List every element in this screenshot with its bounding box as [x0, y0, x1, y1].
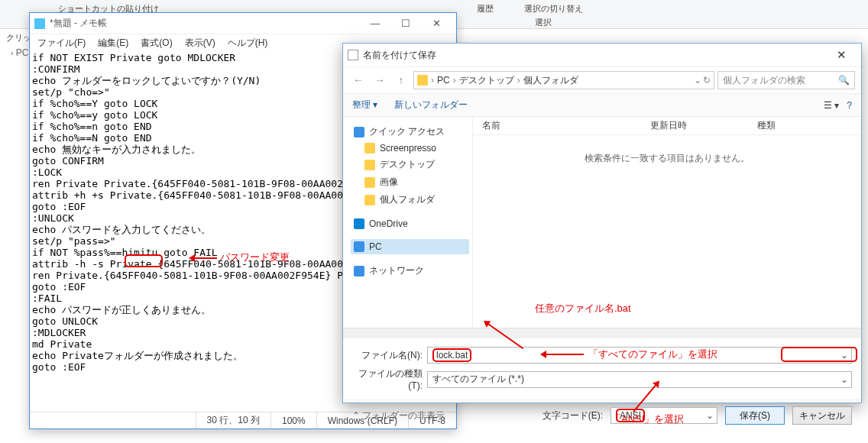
anno-password: パスワード変更	[220, 251, 290, 264]
status-pos: 30 行、10 列	[196, 412, 270, 428]
anno-arrow-filetype	[542, 354, 584, 355]
crumb-desktop[interactable]: デスクトップ	[459, 74, 514, 87]
tree-onedrive[interactable]: OneDrive	[351, 216, 469, 231]
menu-edit[interactable]: 編集(E)	[98, 37, 128, 50]
nav-forward-button[interactable]: →	[371, 71, 389, 89]
notepad-titlebar[interactable]: *無題 - メモ帳 ― ☐ ✕	[30, 13, 456, 34]
organize-button[interactable]: 整理 ▾	[352, 99, 377, 112]
status-zoom: 100%	[270, 412, 316, 428]
dialog-close-button[interactable]: ✕	[826, 46, 857, 64]
nav-up-button[interactable]: ↑	[392, 71, 410, 89]
menu-view[interactable]: 表示(V)	[185, 37, 215, 50]
search-input[interactable]: 個人フォルダの検索 🔍	[717, 71, 855, 89]
file-list: 名前 更新日時 種類 検索条件に一致する項目はありません。	[473, 117, 861, 328]
tree-item-desktop[interactable]: デスクトップ	[361, 156, 469, 173]
new-folder-button[interactable]: 新しいフォルダー	[394, 99, 468, 112]
tree-item-personal[interactable]: 個人フォルダ	[361, 191, 469, 209]
horizontal-scrollbar[interactable]	[343, 328, 861, 338]
notepad-icon	[34, 18, 45, 29]
help-button[interactable]: ?	[847, 100, 852, 111]
anno-arrow-password	[191, 257, 217, 259]
network-icon	[354, 266, 364, 276]
encoding-label: 文字コード(E):	[542, 409, 603, 422]
dialog-navbar: ← → ↑ ›PC ›デスクトップ ›個人フォルダ ⌄↻ 個人フォルダの検索 🔍	[343, 66, 861, 94]
ribbon-select-group: 選択	[535, 17, 552, 28]
tree-item-screenpresso[interactable]: Screenpresso	[361, 141, 469, 156]
view-options-button[interactable]: ☰ ▾	[824, 100, 839, 111]
crumb-folder[interactable]: 個人フォルダ	[523, 74, 578, 87]
folder-icon	[364, 143, 375, 154]
nav-back-button[interactable]: ←	[349, 71, 368, 89]
search-placeholder: 個人フォルダの検索	[723, 74, 805, 87]
tree-item-pictures[interactable]: 画像	[361, 173, 469, 191]
list-header: 名前 更新日時 種類	[473, 117, 861, 135]
folder-icon	[364, 160, 375, 170]
tree-network[interactable]: ネットワーク	[351, 262, 469, 280]
crumb-pc[interactable]: PC	[437, 75, 450, 86]
tree-pc[interactable]: PC	[351, 239, 469, 254]
anno-box-password	[125, 254, 163, 267]
filetype-select[interactable]: すべてのファイル (*.*)⌄	[427, 371, 852, 388]
folder-icon	[364, 195, 375, 205]
dialog-title: 名前を付けて保存	[363, 49, 826, 62]
col-date[interactable]: 更新日時	[641, 119, 748, 132]
anno-encoding: 「ANSI」を選択	[611, 412, 684, 426]
chevron-down-icon[interactable]: ⌄	[704, 410, 715, 421]
anno-filename: 任意のファイル名.bat	[535, 302, 631, 315]
star-icon	[354, 127, 364, 137]
tree-quick-access[interactable]: クイック アクセス	[351, 123, 469, 141]
menu-help[interactable]: ヘルプ(H)	[228, 37, 268, 50]
menu-format[interactable]: 書式(O)	[141, 37, 172, 50]
cloud-icon	[354, 218, 364, 229]
col-name[interactable]: 名前	[473, 119, 641, 132]
nav-tree: クイック アクセス Screenpresso デスクトップ 画像 個人フォルダ …	[343, 117, 473, 328]
anno-box-filename: lock.bat	[432, 348, 471, 362]
ribbon-toggle-selection[interactable]: 選択の切り替え	[524, 3, 583, 15]
empty-message: 検索条件に一致する項目はありません。	[473, 135, 861, 182]
menu-file[interactable]: ファイル(F)	[37, 37, 86, 50]
dialog-toolbar: 整理 ▾ 新しいフォルダー ☰ ▾ ?	[343, 94, 861, 117]
filename-label: ファイル名(N):	[352, 349, 423, 362]
chevron-down-icon[interactable]: ⌄	[694, 75, 701, 86]
minimize-button[interactable]: ―	[360, 15, 390, 33]
hide-folders-toggle[interactable]: ⌃ フォルダーの非表示	[352, 409, 445, 422]
filetype-label: ファイルの種類(T):	[352, 367, 423, 391]
folder-icon	[417, 75, 428, 86]
maximize-button[interactable]: ☐	[390, 15, 421, 33]
chevron-down-icon[interactable]: ⌄	[839, 350, 850, 361]
close-button[interactable]: ✕	[421, 15, 452, 33]
search-icon: 🔍	[838, 75, 850, 86]
ribbon-history[interactable]: 履歴	[477, 3, 494, 15]
refresh-icon[interactable]: ↻	[703, 75, 711, 86]
cancel-button[interactable]: キャンセル	[792, 406, 852, 425]
anno-filetype: 「すべてのファイル」を選択	[588, 348, 717, 361]
folder-icon	[364, 177, 375, 188]
dialog-icon	[348, 50, 358, 60]
chevron-down-icon[interactable]: ⌄	[839, 374, 850, 385]
save-button[interactable]: 保存(S)	[725, 406, 785, 425]
explorer-left-breadcrumb[interactable]: › PC	[11, 47, 28, 58]
breadcrumb-bar[interactable]: ›PC ›デスクトップ ›個人フォルダ ⌄↻	[413, 71, 714, 89]
dialog-titlebar[interactable]: 名前を付けて保存 ✕	[343, 44, 861, 66]
col-type[interactable]: 種類	[748, 119, 785, 132]
notepad-title: *無題 - メモ帳	[50, 17, 360, 30]
pc-icon	[354, 241, 364, 252]
